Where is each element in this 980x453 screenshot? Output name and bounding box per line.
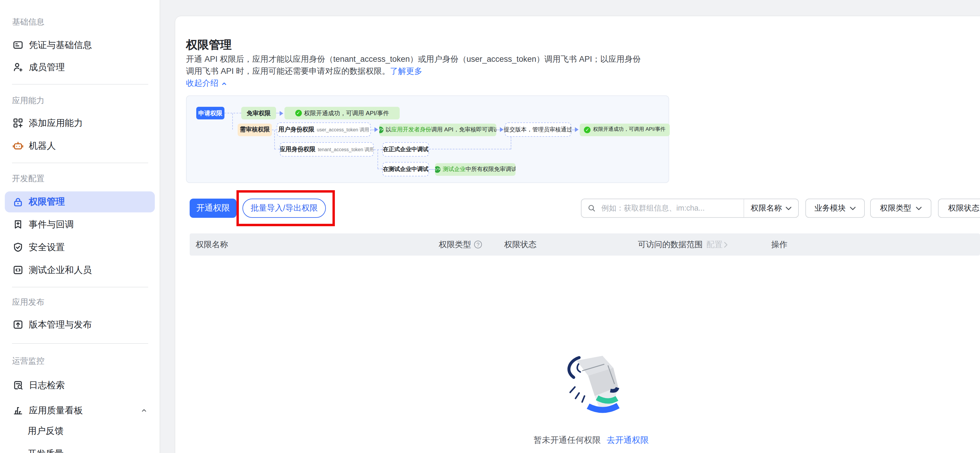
column-data-scope: 可访问的数据范围 配置 (638, 234, 728, 256)
id-card-icon (13, 40, 24, 51)
flow-arrow-icon (276, 111, 285, 116)
sidebar-section-operation-monitor: 运营监控 (12, 355, 45, 367)
flow-connector (429, 169, 435, 170)
sidebar-item-events[interactable]: 事件与回调 (0, 214, 160, 235)
sidebar-item-test-company[interactable]: 测试企业和人员 (0, 260, 160, 280)
sidebar-item-label: 应用质量看板 (29, 405, 83, 416)
sidebar-section-app-capability: 应用能力 (12, 95, 45, 107)
bar-chart-icon (13, 405, 24, 416)
column-permission-name: 权限名称 (196, 234, 228, 256)
column-permission-type: 权限类型 ? (439, 234, 482, 256)
sidebar-section-basic-info: 基础信息 (12, 16, 45, 28)
bookmark-add-icon (13, 219, 24, 230)
flow-node-success-2: ✓ 权限开通成功，可调用 API/事件 (580, 123, 670, 136)
chevron-down-icon (850, 206, 856, 210)
sidebar-divider (12, 287, 148, 288)
search-category-dropdown[interactable]: 权限名称 (744, 203, 798, 214)
flow-node-debug-formal: 在正式企业中调试 (382, 142, 429, 157)
sidebar-item-bot[interactable]: 机器人 (0, 136, 160, 156)
flow-node-app-identity: 应用身份权限 tenant_access_token 调用 (280, 142, 374, 157)
flow-connector (429, 149, 511, 149)
open-permission-button[interactable]: 开通权限 (189, 199, 237, 218)
developer-identity-link[interactable]: 应用开发者身份 (391, 126, 431, 134)
search-icon (587, 204, 596, 212)
flow-node-apply: 申请权限 (196, 107, 224, 119)
sidebar-item-version-release[interactable]: 版本管理与发布 (0, 315, 160, 335)
collapse-intro-link[interactable]: 收起介绍 (186, 78, 228, 89)
sidebar-item-label: 安全设置 (29, 242, 65, 253)
sidebar-item-label: 机器人 (29, 140, 56, 151)
flow-row-4: 在测试企业中调试 </> 测试企业中所有权限免审调试 (382, 162, 515, 176)
sidebar-item-security[interactable]: 安全设置 (0, 237, 160, 257)
sidebar-item-quality-dashboard[interactable]: 应用质量看板 (0, 400, 160, 421)
flow-connector (232, 113, 233, 130)
sidebar-item-label: 测试企业和人员 (29, 264, 92, 276)
sidebar-item-label: 成员管理 (29, 62, 65, 73)
flow-node-submit-version: 提交版本，管理员审核通过 (505, 122, 571, 137)
flow-node-need-review: 需审核权限 (238, 123, 272, 136)
empty-state-text: 暂未开通任何权限 去开通权限 (501, 435, 681, 446)
flow-connector (224, 113, 241, 113)
table-header: 权限名称 权限类型 ? 权限状态 可访问的数据范围 配置 操作 (189, 234, 980, 256)
intro-line2: 调用飞书 API 时，应用可能还需要申请对应的数据权限。了解更多 (186, 65, 641, 77)
person-add-icon (13, 62, 24, 73)
chevron-down-icon (915, 206, 921, 210)
sidebar-item-permissions[interactable]: 权限管理 (5, 191, 155, 212)
sidebar-divider (12, 162, 148, 163)
go-open-permission-link[interactable]: 去开通权限 (607, 435, 649, 445)
sidebar-section-dev-config: 开发配置 (12, 173, 45, 185)
flow-connector (274, 130, 275, 149)
api-code-icon: </> (435, 166, 441, 173)
flow-node-test-company: </> 测试企业中所有权限免审调试 (435, 163, 515, 175)
chevron-up-icon[interactable] (140, 407, 148, 414)
learn-more-link[interactable]: 了解更多 (390, 67, 423, 76)
flow-connector (377, 149, 378, 168)
flow-arrow-icon (496, 127, 505, 132)
flow-arrow-icon (371, 127, 379, 132)
type-filter-dropdown[interactable]: 权限类型 (870, 199, 931, 218)
page-title: 权限管理 (186, 37, 232, 52)
column-permission-status: 权限状态 (504, 234, 536, 256)
permission-flow-diagram: 申请权限 免审权限 ✓ 权限开通成功，可调用 API/事件 需审核权限 用户身份… (186, 95, 669, 183)
status-filter-dropdown[interactable]: 权限状态 (938, 199, 980, 218)
sidebar-subitem-dev-quality[interactable]: 开发质量 (28, 443, 64, 453)
sidebar-divider (12, 343, 148, 344)
sidebar-section-app-release: 应用发布 (12, 296, 45, 308)
flow-connector (274, 149, 280, 149)
log-search-icon (13, 380, 24, 391)
flow-connector (272, 129, 277, 130)
chevron-down-icon (786, 206, 792, 210)
permission-search: 权限名称 (581, 199, 799, 218)
empty-box-illustration (555, 352, 627, 420)
sidebar-subitem-user-feedback[interactable]: 用户反馈 (28, 421, 64, 441)
api-code-icon: </> (379, 126, 383, 133)
check-circle-icon: ✓ (295, 110, 302, 116)
grid-add-icon (13, 118, 24, 129)
test-company-link[interactable]: 测试企业 (443, 165, 466, 173)
flow-node-no-review: 免审权限 (241, 107, 276, 119)
flow-connector (374, 149, 382, 150)
sidebar-item-credentials[interactable]: 凭证与基础信息 (0, 35, 160, 55)
module-filter-dropdown[interactable]: 业务模块 (805, 199, 865, 218)
sidebar-item-members[interactable]: 成员管理 (0, 57, 160, 77)
flow-arrow-icon (571, 127, 580, 132)
search-input[interactable] (600, 203, 743, 213)
sidebar-divider (12, 84, 148, 84)
sidebar-item-label: 凭证与基础信息 (29, 39, 92, 51)
sidebar-item-label: 权限管理 (29, 196, 65, 208)
sidebar-item-label: 日志检索 (29, 380, 65, 391)
sidebar-item-label: 版本管理与发布 (29, 319, 92, 330)
scope-config-link[interactable]: 配置 (706, 239, 728, 250)
lock-icon (13, 197, 24, 207)
chevron-up-icon (221, 80, 228, 87)
sidebar-item-log-search[interactable]: 日志检索 (0, 375, 160, 396)
batch-import-export-button[interactable]: 批量导入/导出权限 (242, 199, 326, 218)
flow-node-debug-test: 在测试企业中调试 (382, 162, 429, 176)
sidebar-item-label: 事件与回调 (29, 219, 74, 230)
intro-line1: 开通 API 权限后，应用才能以应用身份（tenant_access_token… (186, 53, 641, 65)
flow-connector (377, 168, 382, 169)
sidebar-item-add-capability[interactable]: 添加应用能力 (0, 113, 160, 133)
upload-square-icon (13, 319, 24, 330)
shield-check-icon (13, 242, 24, 253)
help-circle-icon[interactable]: ? (474, 241, 482, 248)
